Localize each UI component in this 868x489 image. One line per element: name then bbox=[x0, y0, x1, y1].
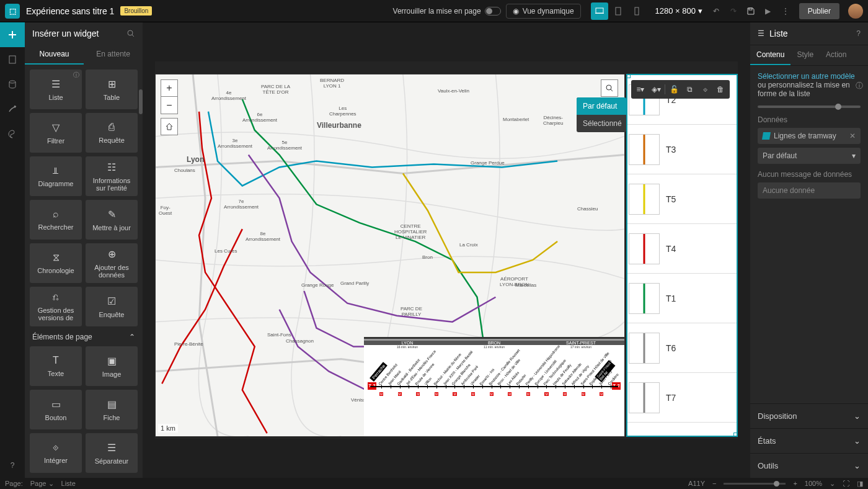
tablet-device-button[interactable] bbox=[609, 2, 627, 20]
lock-layout-label: Verrouiller la mise en page bbox=[393, 7, 481, 16]
save-button[interactable] bbox=[742, 2, 760, 20]
svg-rect-3 bbox=[635, 7, 639, 15]
status-badge: Brouillon bbox=[120, 6, 152, 16]
app-title: Expérience sans titre 1 bbox=[26, 6, 114, 16]
dynamic-view-dropdown[interactable]: ◉ Vue dynamique bbox=[506, 4, 581, 19]
lock-layout-toggle[interactable] bbox=[485, 7, 501, 16]
user-avatar[interactable] bbox=[848, 4, 863, 19]
app-icon: ⬚ bbox=[5, 4, 20, 19]
desktop-device-button[interactable] bbox=[591, 2, 608, 20]
svg-rect-2 bbox=[616, 7, 621, 15]
dynamic-view-label: Vue dynamique bbox=[523, 7, 574, 16]
top-bar: ⬚ Expérience sans titre 1 Brouillon Verr… bbox=[0, 0, 868, 22]
undo-button[interactable]: ↶ bbox=[707, 2, 725, 20]
canvas-size-dropdown[interactable]: 1280 × 800 ▾ bbox=[655, 6, 702, 16]
mobile-device-button[interactable] bbox=[628, 2, 645, 20]
svg-rect-4 bbox=[749, 8, 752, 10]
publish-button[interactable]: Publier bbox=[799, 3, 839, 19]
svg-rect-0 bbox=[596, 8, 603, 13]
svg-rect-1 bbox=[595, 13, 604, 14]
eye-icon: ◉ bbox=[513, 7, 519, 16]
preview-button[interactable]: ▶ bbox=[760, 2, 777, 20]
more-menu-button[interactable]: ⋮ bbox=[777, 2, 794, 20]
redo-button[interactable]: ↷ bbox=[725, 2, 742, 20]
device-buttons bbox=[591, 2, 645, 20]
